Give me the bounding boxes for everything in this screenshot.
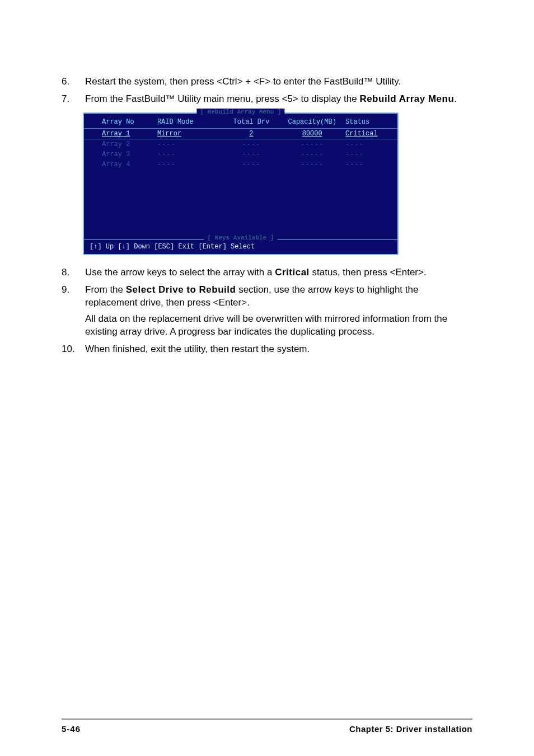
col-header-total-drv: Total Drv [224,118,279,126]
table-row[interactable]: Array 4 ---- ---- ----- ---- [84,159,397,170]
step-text-b: status, then press <Enter>. [310,267,427,278]
cell-raid-mode: ---- [157,161,224,168]
cell-status: Critical [345,130,395,138]
step-8: 8. Use the arrow keys to select the arra… [62,266,472,279]
bios-divider: Array 1 Mirror 2 80000 Critical [84,128,397,139]
cell-capacity: 80000 [279,130,345,138]
table-row[interactable]: Array 1 Mirror 2 80000 Critical [84,129,397,139]
step-text: Use the arrow keys to select the array w… [85,267,275,278]
cell-array-no: Array 3 [86,151,157,158]
step-body: Use the arrow keys to select the array w… [85,266,472,279]
step-number: 6. [62,76,85,88]
bold-term-rebuild-array-menu: Rebuild Array Menu [359,93,454,104]
keys-line: [↑] Up [↓] Down [ESC] Exit [Enter] Selec… [90,243,255,251]
step-body: When finished, exit the utility, then re… [85,343,472,356]
bios-screenshot: [ Rebuild Array Menu ] Array No RAID Mod… [83,112,399,255]
step-9: 9. From the Select Drive to Rebuild sect… [62,284,472,339]
cell-capacity: ----- [279,151,345,158]
cell-total-drv: ---- [224,140,279,148]
step-number: 7. [62,93,85,106]
step-7: 7. From the FastBuild™ Utility main menu… [62,93,472,106]
table-row[interactable]: Array 3 ---- ---- ----- ---- [84,149,397,159]
table-row[interactable]: Array 2 ---- ---- ----- ---- [84,139,397,149]
cell-total-drv: 2 [224,130,279,138]
bios-title: [ Rebuild Array Menu ] [196,109,284,115]
step-number: 8. [62,266,85,279]
bold-term-select-drive: Select Drive to Rebuild [126,284,236,295]
step-body: From the FastBuild™ Utility main menu, p… [85,93,472,106]
cell-total-drv: ---- [224,161,279,168]
col-header-status: Status [345,118,395,126]
steps-list: 6. Restart the system, then press <Ctrl>… [62,76,472,106]
cell-raid-mode: ---- [157,151,224,158]
step-text-b: . [454,93,457,104]
step-10: 10. When finished, exit the utility, the… [62,343,472,356]
cell-raid-mode: ---- [157,140,224,148]
cell-total-drv: ---- [224,151,279,158]
step-text: From the [85,284,126,295]
bios-empty-body [84,170,397,237]
page-number: 5-46 [62,724,81,734]
cell-array-no: Array 4 [86,161,157,168]
cell-status: ---- [345,151,395,158]
content-area: 6. Restart the system, then press <Ctrl>… [62,76,472,719]
bios-header-row: Array No RAID Mode Total Drv Capacity(MB… [84,114,397,128]
col-header-raid-mode: RAID Mode [157,118,224,126]
steps-list-continued: 8. Use the arrow keys to select the arra… [62,266,472,356]
step-para-2: All data on the replacement drive will b… [85,313,472,339]
cell-status: ---- [345,140,395,148]
step-number: 10. [62,343,85,356]
col-header-capacity: Capacity(MB) [279,118,345,126]
cell-array-no: Array 2 [86,140,157,148]
step-text: When finished, exit the utility, then re… [85,344,310,354]
step-number: 9. [62,284,85,339]
keys-section: [ Keys Available ] [↑] Up [↓] Down [ESC]… [84,239,397,254]
keys-title: [ Keys Available ] [204,234,278,241]
step-body: Restart the system, then press <Ctrl> + … [85,76,472,88]
cell-status: ---- [345,161,395,168]
step-6: 6. Restart the system, then press <Ctrl>… [62,76,472,88]
step-body: From the Select Drive to Rebuild section… [85,284,472,339]
page-footer: 5-46 Chapter 5: Driver installation [62,719,472,734]
step-text: From the FastBuild™ Utility main menu, p… [85,93,359,104]
cell-raid-mode: Mirror [157,130,224,138]
cell-array-no: Array 1 [86,130,157,138]
col-header-array-no: Array No [86,118,157,126]
keys-row: [↑] Up [↓] Down [ESC] Exit [Enter] Selec… [84,240,397,254]
cell-capacity: ----- [279,161,345,168]
step-text: Restart the system, then press <Ctrl> + … [85,76,401,87]
bold-term-critical: Critical [275,267,310,278]
step-para-1: From the Select Drive to Rebuild section… [85,284,472,309]
cell-capacity: ----- [279,140,345,148]
chapter-label: Chapter 5: Driver installation [349,724,472,734]
page: 6. Restart the system, then press <Ctrl>… [0,0,534,756]
